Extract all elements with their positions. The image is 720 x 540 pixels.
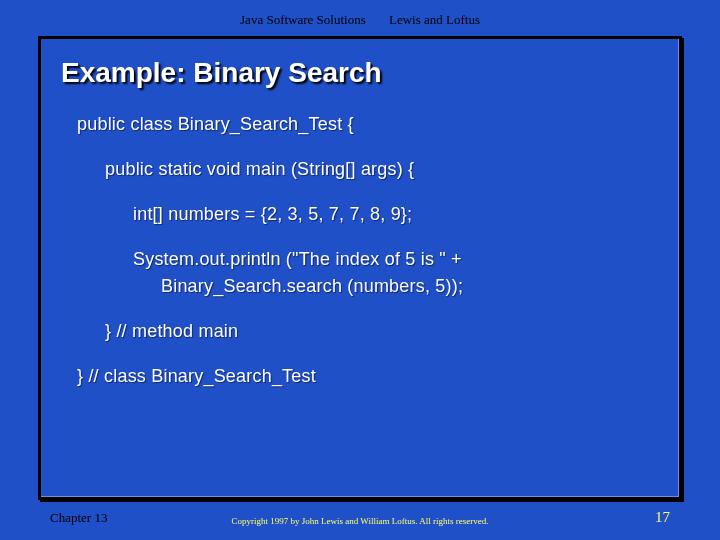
code-line: int[] numbers = {2, 3, 5, 7, 7, 8, 9}; (133, 201, 661, 228)
footer-page: 17 (655, 509, 670, 526)
book-title: Java Software Solutions (240, 12, 366, 27)
code-line: } // class Binary_Search_Test (77, 363, 661, 390)
slide-content: Example: Binary Search public class Bina… (41, 39, 679, 400)
slide-title: Example: Binary Search (61, 57, 661, 89)
code-line: Binary_Search.search (numbers, 5)); (161, 273, 661, 300)
code-line: public class Binary_Search_Test { (77, 111, 661, 138)
header: Java Software Solutions Lewis and Loftus (0, 0, 720, 28)
book-authors: Lewis and Loftus (389, 12, 480, 27)
code-line: public static void main (String[] args) … (105, 156, 661, 183)
code-line: System.out.println ("The index of 5 is "… (133, 246, 661, 273)
footer-copyright: Copyright 1997 by John Lewis and William… (0, 516, 720, 526)
slide-frame: Example: Binary Search public class Bina… (38, 36, 682, 500)
code-block: public class Binary_Search_Test { public… (59, 111, 661, 390)
code-line: } // method main (105, 318, 661, 345)
